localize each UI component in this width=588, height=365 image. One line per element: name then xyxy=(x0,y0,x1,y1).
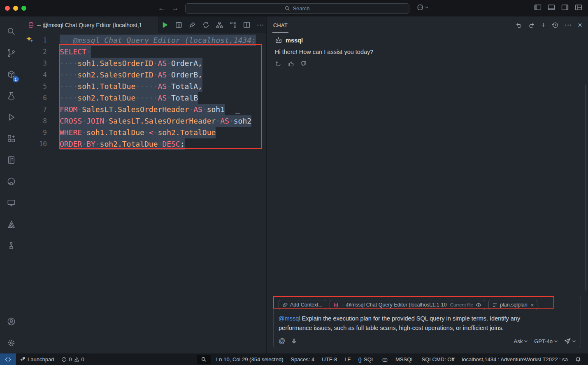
mention: @mssql xyxy=(279,315,300,322)
language-item[interactable]: {} SQL xyxy=(354,353,378,365)
chat-input-box[interactable]: Add Context... -- @mssql Chat Query Edit… xyxy=(273,296,581,348)
code-line[interactable]: 9WHERE·soh1.TotalDue·<·soh2.TotalDue xyxy=(23,127,266,138)
editor-tab-bar: -- @mssql Chat Query Editor (localhost,1… xyxy=(23,16,266,33)
copilot-sparkle-icon[interactable] xyxy=(26,35,33,43)
command-center-search[interactable]: Search xyxy=(185,3,409,14)
database-file-icon xyxy=(28,22,34,28)
navigate-forward-icon[interactable]: → xyxy=(172,4,179,12)
undo-icon[interactable] xyxy=(516,22,522,28)
eol-item[interactable]: LF xyxy=(341,353,354,365)
line-number[interactable]: 4 xyxy=(23,69,53,81)
database-projects-icon[interactable] xyxy=(2,235,21,256)
more-icon[interactable]: ⋯ xyxy=(565,21,572,29)
line-number[interactable]: 2 xyxy=(23,46,53,58)
sqlcmd-item[interactable]: SQLCMD: Off xyxy=(418,353,458,365)
github-icon[interactable] xyxy=(2,171,21,192)
regenerate-icon[interactable] xyxy=(275,61,281,67)
current-file-chip[interactable]: -- @mssql Chat Query Editor (localhost,1… xyxy=(330,300,485,310)
code-line[interactable]: 10ORDER·BY·soh2.TotalDue·DESC; xyxy=(23,138,266,150)
code-editor[interactable]: 1-- @mssql Chat Query Editor (localhost,… xyxy=(23,33,266,353)
close-window-button[interactable] xyxy=(5,6,10,11)
remote-windows-icon[interactable] xyxy=(2,192,21,213)
microphone-icon[interactable] xyxy=(291,338,297,344)
line-number[interactable]: 9 xyxy=(23,127,53,138)
launchpad-item[interactable]: Launchpad xyxy=(16,353,58,365)
copilot-menu[interactable] xyxy=(416,4,428,11)
toggle-sidebar-icon[interactable] xyxy=(534,4,542,11)
code-line[interactable]: 2SELECT· xyxy=(23,46,266,58)
chat-header: CHAT + ⋯ × xyxy=(267,16,588,33)
chat-input-text[interactable]: @mssql Explain the execution plan for th… xyxy=(279,314,548,333)
scrollbar[interactable] xyxy=(585,84,586,290)
remote-explorer-icon[interactable]: 1 xyxy=(2,63,21,85)
zoom-window-button[interactable] xyxy=(21,6,26,11)
copilot-status-item[interactable] xyxy=(378,353,392,365)
navigate-back-icon[interactable]: ← xyxy=(158,4,165,12)
line-number[interactable]: 5 xyxy=(23,81,53,92)
line-number[interactable]: 6 xyxy=(23,92,53,104)
cursor-position[interactable]: Ln 10, Col 29 (354 selected) xyxy=(212,353,287,365)
remove-chip-icon[interactable]: × xyxy=(531,302,534,308)
extensions-icon[interactable] xyxy=(2,128,21,149)
toggle-panel-icon[interactable] xyxy=(548,4,555,11)
code-line[interactable]: 1-- @mssql Chat Query Editor (localhost,… xyxy=(23,35,266,46)
thumbs-up-icon[interactable] xyxy=(288,61,294,67)
send-button[interactable] xyxy=(564,338,576,344)
file-lines-icon xyxy=(492,302,497,308)
testing-icon[interactable] xyxy=(2,85,21,106)
code-text: CROSS·JOIN·SalesLT.SalesOrderHeader·AS·s… xyxy=(60,115,251,127)
editor-tab[interactable]: -- @mssql Chat Query Editor (localhost,1 xyxy=(23,16,159,33)
code-line[interactable]: 3····soh1.SalesOrderID·AS·OrderA, xyxy=(23,58,266,69)
code-line[interactable]: 8CROSS·JOIN·SalesLT.SalesOrderHeader·AS·… xyxy=(23,115,266,127)
code-line[interactable]: 7FROM·SalesLT.SalesOrderHeader·AS·soh1_ xyxy=(23,104,266,115)
accounts-icon[interactable] xyxy=(2,311,21,332)
close-panel-icon[interactable]: × xyxy=(578,21,582,30)
run-query-icon[interactable] xyxy=(161,21,169,29)
copilot-icon xyxy=(416,4,424,11)
query-plan-icon[interactable] xyxy=(230,21,237,28)
line-number[interactable]: 7 xyxy=(23,104,53,115)
thumbs-down-icon[interactable] xyxy=(300,61,307,67)
problems-item[interactable]: 0 0 xyxy=(58,353,88,365)
notebooks-icon[interactable] xyxy=(2,149,21,171)
run-and-debug-icon[interactable] xyxy=(2,106,21,128)
more-actions-icon[interactable]: ⋯ xyxy=(257,23,264,27)
indentation-item[interactable]: Spaces: 4 xyxy=(287,353,318,365)
encoding-item[interactable]: UTF-8 xyxy=(318,353,341,365)
code-line[interactable]: 4····soh2.SalesOrderID·AS·OrderB, xyxy=(23,69,266,81)
split-editor-icon[interactable] xyxy=(243,21,250,28)
mssql-item[interactable]: MSSQL xyxy=(392,353,418,365)
redo-icon[interactable] xyxy=(528,22,535,28)
add-context-button[interactable]: Add Context... xyxy=(279,300,326,310)
schema-designer-icon[interactable] xyxy=(216,21,223,28)
zoom-indicator[interactable] xyxy=(197,355,211,364)
code-line[interactable]: 6····soh2.TotalDue·····AS·TotalB xyxy=(23,92,266,104)
chat-tab[interactable]: CHAT xyxy=(272,18,288,33)
history-icon[interactable] xyxy=(552,22,558,28)
connect-icon[interactable] xyxy=(189,21,196,28)
remote-indicator[interactable] xyxy=(0,353,16,365)
notifications-bell-icon[interactable] xyxy=(572,353,585,365)
new-chat-icon[interactable]: + xyxy=(541,21,546,30)
plan-file-chip[interactable]: plan.sqlplan × xyxy=(488,300,537,310)
eye-icon[interactable] xyxy=(476,302,481,308)
toggle-secondary-sidebar-icon[interactable] xyxy=(561,4,569,11)
line-number[interactable]: 8 xyxy=(23,115,53,127)
line-number[interactable]: 3 xyxy=(23,58,53,69)
connection-item[interactable]: localhost,1434 : AdventureWorksLT2022 : … xyxy=(458,353,572,365)
mode-selector[interactable]: Ask xyxy=(514,338,528,344)
customize-layout-icon[interactable] xyxy=(575,4,582,11)
azure-icon[interactable] xyxy=(2,213,21,235)
search-view-icon[interactable] xyxy=(2,21,21,42)
mention-context-icon[interactable]: @ xyxy=(279,337,285,345)
minimize-window-button[interactable] xyxy=(13,6,18,11)
search-icon xyxy=(285,6,290,11)
source-control-icon[interactable] xyxy=(2,42,21,63)
model-selector[interactable]: GPT-4o xyxy=(534,338,558,344)
settings-gear-icon[interactable] xyxy=(2,332,21,353)
chat-panel: CHAT + ⋯ × mssql Hi there! How can I ass… xyxy=(266,16,588,353)
change-connection-icon[interactable] xyxy=(202,21,209,28)
code-line[interactable]: 5····soh1.TotalDue·····AS·TotalA, xyxy=(23,81,266,92)
line-number[interactable]: 10 xyxy=(23,138,53,150)
show-results-icon[interactable] xyxy=(175,21,182,28)
